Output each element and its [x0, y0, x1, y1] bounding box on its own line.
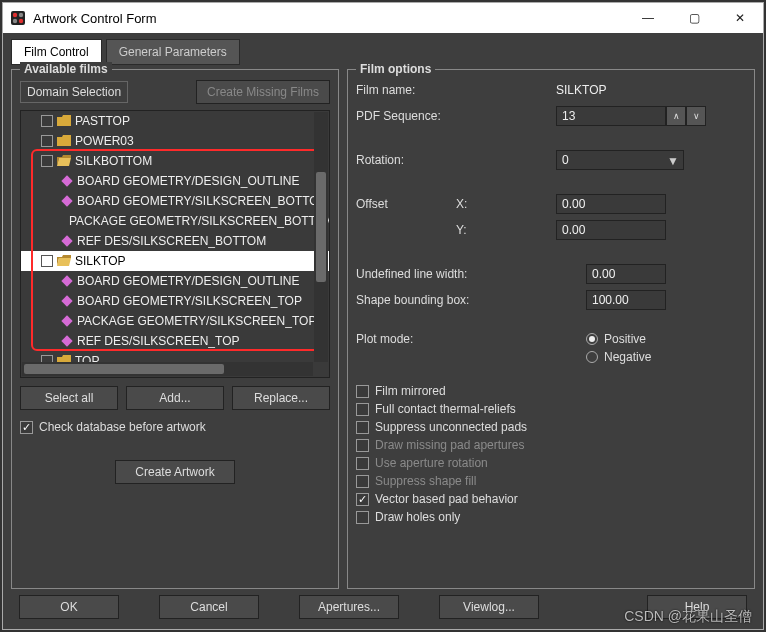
tree-leaf[interactable]: REF DES/SILKSCREEN_TOP [21, 331, 329, 351]
layer-icon [61, 235, 72, 246]
offset-label: Offset [356, 197, 456, 211]
undefined-line-width-label: Undefined line width: [356, 267, 586, 281]
rotation-select[interactable]: 0 ▼ [556, 150, 684, 170]
window-title: Artwork Control Form [33, 11, 625, 26]
titlebar[interactable]: Artwork Control Form — ▢ ✕ [3, 3, 763, 33]
tab-body: Available films Domain Selection Create … [11, 65, 755, 589]
tree-item-checkbox[interactable] [41, 255, 53, 267]
tree-item-checkbox[interactable] [41, 135, 53, 147]
layer-icon [61, 315, 72, 326]
tree-item-label: REF DES/SILKSCREEN_BOTTOM [77, 234, 266, 248]
maximize-button[interactable]: ▢ [671, 3, 717, 33]
offset-x-label: X: [456, 197, 496, 211]
offset-x-input[interactable]: 0.00 [556, 194, 666, 214]
tree-item-label: REF DES/SILKSCREEN_TOP [77, 334, 240, 348]
domain-selection-label[interactable]: Domain Selection [20, 81, 128, 103]
tree-folder[interactable]: SILKBOTTOM [21, 151, 329, 171]
pdf-seq-down-button[interactable]: ∨ [686, 106, 706, 126]
create-artwork-button[interactable]: Create Artwork [115, 460, 235, 484]
app-icon [9, 9, 27, 27]
suppress-unconnected-checkbox[interactable] [356, 421, 369, 434]
replace-button[interactable]: Replace... [232, 386, 330, 410]
svg-point-4 [19, 19, 23, 23]
tree-item-label: PACKAGE GEOMETRY/SILKSCREEN_TOP [77, 314, 316, 328]
check-database-label: Check database before artwork [39, 420, 206, 434]
film-options-legend: Film options [356, 62, 435, 76]
folder-open-icon [57, 255, 71, 267]
svg-rect-0 [11, 11, 25, 25]
tree-item-label: BOARD GEOMETRY/SILKSCREEN_BOTTOM [77, 194, 329, 208]
tree-item-label: BOARD GEOMETRY/DESIGN_OUTLINE [77, 274, 300, 288]
shape-bounding-box-label: Shape bounding box: [356, 293, 586, 307]
rotation-label: Rotation: [356, 153, 556, 167]
tree-item-checkbox[interactable] [41, 155, 53, 167]
viewlog-button[interactable]: Viewlog... [439, 595, 539, 619]
folder-open-icon [57, 155, 71, 167]
tree-item-label: BOARD GEOMETRY/DESIGN_OUTLINE [77, 174, 300, 188]
close-button[interactable]: ✕ [717, 3, 763, 33]
tree-item-label: SILKTOP [75, 254, 125, 268]
svg-point-3 [13, 19, 17, 23]
cancel-button[interactable]: Cancel [159, 595, 259, 619]
film-name-label: Film name: [356, 83, 556, 97]
plot-positive-radio[interactable] [586, 333, 598, 345]
tree-scrollbar-horizontal[interactable] [22, 362, 313, 376]
check-database-checkbox[interactable] [20, 421, 33, 434]
films-tree[interactable]: PASTTOPPOWER03SILKBOTTOMBOARD GEOMETRY/D… [20, 110, 330, 378]
watermark-text: CSDN @花果山圣僧 [624, 608, 752, 626]
layer-icon [61, 335, 72, 346]
tree-leaf[interactable]: BOARD GEOMETRY/SILKSCREEN_BOTTOM [21, 191, 329, 211]
use-aperture-checkbox[interactable] [356, 457, 369, 470]
create-missing-films-button[interactable]: Create Missing Films [196, 80, 330, 104]
suppress-shape-checkbox[interactable] [356, 475, 369, 488]
tree-leaf[interactable]: BOARD GEOMETRY/DESIGN_OUTLINE [21, 171, 329, 191]
offset-y-input[interactable]: 0.00 [556, 220, 666, 240]
available-films-group: Available films Domain Selection Create … [11, 69, 339, 589]
tree-leaf[interactable]: BOARD GEOMETRY/SILKSCREEN_TOP [21, 291, 329, 311]
plot-mode-label: Plot mode: [356, 332, 586, 346]
tree-item-label: BOARD GEOMETRY/SILKSCREEN_TOP [77, 294, 302, 308]
app-window: Artwork Control Form — ▢ ✕ Film Control … [2, 2, 764, 630]
client-area: Film Control General Parameters Availabl… [3, 33, 763, 629]
plot-negative-radio[interactable] [586, 351, 598, 363]
shape-bounding-box-input[interactable]: 100.00 [586, 290, 666, 310]
tree-item-label: PASTTOP [75, 114, 130, 128]
tree-folder[interactable]: PASTTOP [21, 111, 329, 131]
layer-icon [61, 275, 72, 286]
draw-holes-checkbox[interactable] [356, 511, 369, 524]
svg-point-2 [19, 13, 23, 17]
select-all-button[interactable]: Select all [20, 386, 118, 410]
svg-point-1 [13, 13, 17, 17]
tree-leaf[interactable]: BOARD GEOMETRY/DESIGN_OUTLINE [21, 271, 329, 291]
vector-pad-checkbox[interactable] [356, 493, 369, 506]
undefined-line-width-input[interactable]: 0.00 [586, 264, 666, 284]
tree-scrollbar-vertical[interactable] [314, 112, 328, 362]
layer-icon [61, 195, 72, 206]
tree-item-label: PACKAGE GEOMETRY/SILKSCREEN_BOTTOM [69, 214, 330, 228]
layer-icon [61, 175, 72, 186]
layer-icon [61, 295, 72, 306]
tree-leaf[interactable]: REF DES/SILKSCREEN_BOTTOM [21, 231, 329, 251]
add-button[interactable]: Add... [126, 386, 224, 410]
tree-item-label: POWER03 [75, 134, 134, 148]
draw-missing-checkbox[interactable] [356, 439, 369, 452]
tree-folder[interactable]: SILKTOP [21, 251, 329, 271]
offset-y-label: Y: [456, 223, 496, 237]
film-mirrored-checkbox[interactable] [356, 385, 369, 398]
tree-item-checkbox[interactable] [41, 115, 53, 127]
pdf-seq-up-button[interactable]: ∧ [666, 106, 686, 126]
film-name-value: SILKTOP [556, 83, 606, 97]
film-options-group: Film options Film name: SILKTOP PDF Sequ… [347, 69, 755, 589]
tree-folder[interactable]: POWER03 [21, 131, 329, 151]
minimize-button[interactable]: — [625, 3, 671, 33]
chevron-down-icon: ▼ [667, 154, 679, 168]
apertures-button[interactable]: Apertures... [299, 595, 399, 619]
pdf-sequence-input[interactable]: 13 [556, 106, 666, 126]
layer-icon [60, 218, 66, 224]
tree-leaf[interactable]: PACKAGE GEOMETRY/SILKSCREEN_BOTTOM [21, 211, 329, 231]
ok-button[interactable]: OK [19, 595, 119, 619]
pdf-sequence-label: PDF Sequence: [356, 109, 556, 123]
full-contact-checkbox[interactable] [356, 403, 369, 416]
tree-leaf[interactable]: PACKAGE GEOMETRY/SILKSCREEN_TOP [21, 311, 329, 331]
tab-general-parameters[interactable]: General Parameters [106, 39, 240, 65]
